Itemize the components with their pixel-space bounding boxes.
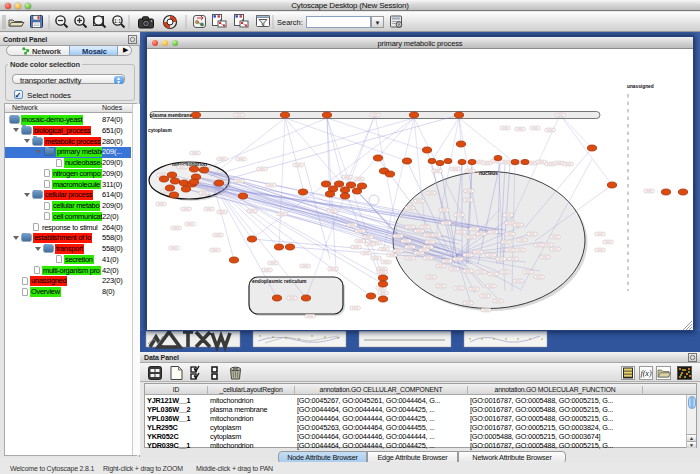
svg-text:plasma membrane: plasma membrane: [150, 113, 192, 118]
svg-text:nucleus: nucleus: [479, 170, 498, 176]
svg-text:endoplasmic reticulum: endoplasmic reticulum: [252, 278, 307, 284]
svg-text:cytoplasm: cytoplasm: [148, 128, 172, 133]
svg-text:f(x): f(x): [640, 369, 651, 378]
svg-text:unassigned: unassigned: [627, 84, 654, 89]
svg-text:1:1: 1:1: [114, 18, 121, 24]
